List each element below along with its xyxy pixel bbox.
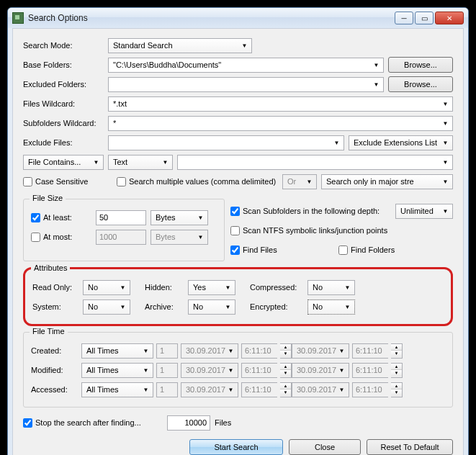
file-size-group: File Size At least: Bytes ▼ At mo xyxy=(23,199,225,261)
browse-excluded-button[interactable]: Browse... xyxy=(388,76,453,92)
modified-date2[interactable]: 30.09.2017▼ xyxy=(292,363,349,378)
at-most-unit-combo[interactable]: Bytes ▼ xyxy=(151,230,208,245)
find-files-check[interactable]: Find Files xyxy=(230,245,338,255)
search-text-combo[interactable]: ▼ xyxy=(177,155,453,170)
at-most-input[interactable] xyxy=(96,230,146,245)
modified-time1[interactable] xyxy=(241,363,277,378)
spinner[interactable]: ▲▼ xyxy=(280,382,292,397)
accessed-time1[interactable] xyxy=(241,382,277,397)
created-times-combo[interactable]: All Times ▼ xyxy=(81,343,153,359)
created-date1[interactable]: 30.09.2017▼ xyxy=(181,343,238,359)
accessed-date1[interactable]: 30.09.2017▼ xyxy=(181,382,238,397)
titlebar: Search Options ─ ▭ ✕ xyxy=(8,8,468,28)
at-most-check[interactable]: At most: xyxy=(31,233,96,242)
spinner[interactable]: ▲▼ xyxy=(280,343,292,359)
case-sensitive-check[interactable]: Case Sensitive xyxy=(23,177,117,186)
chevron-down-icon: ▼ xyxy=(342,301,353,313)
spinner[interactable]: ▲▼ xyxy=(280,363,292,378)
at-least-unit-combo[interactable]: Bytes ▼ xyxy=(151,210,208,225)
at-least-check[interactable]: At least: xyxy=(31,213,96,222)
created-time2[interactable] xyxy=(352,343,388,359)
read-only-combo[interactable]: No ▼ xyxy=(83,280,130,295)
created-time1[interactable] xyxy=(241,343,277,359)
system-label: System: xyxy=(32,302,83,311)
subfolders-wildcard-combo[interactable]: * ▼ xyxy=(108,116,453,131)
chevron-down-icon: ▼ xyxy=(223,281,233,294)
chevron-down-icon: ▼ xyxy=(336,384,347,396)
exclude-ext-combo[interactable]: Exclude Extensions List ▼ xyxy=(349,135,453,150)
encrypted-label: Encrypted: xyxy=(250,302,307,311)
major-streams-combo[interactable]: Search only in major stre ▼ xyxy=(321,174,453,189)
scan-ntfs-check[interactable]: Scan NTFS symbolic links/junction points xyxy=(230,226,387,235)
created-n[interactable] xyxy=(156,343,178,359)
chevron-down-icon: ▼ xyxy=(223,301,233,313)
accessed-date2[interactable]: 30.09.2017▼ xyxy=(292,382,349,397)
modified-label: Modified: xyxy=(31,366,81,374)
chevron-down-icon: ▼ xyxy=(371,78,382,91)
window: Search Options ─ ▭ ✕ Search Mode: Standa… xyxy=(7,7,469,455)
accessed-times-combo[interactable]: All Times ▼ xyxy=(81,382,153,397)
group-title: File Size xyxy=(30,194,66,202)
accessed-n[interactable] xyxy=(156,382,178,397)
minimize-button[interactable]: ─ xyxy=(395,12,413,24)
spinner[interactable]: ▲▼ xyxy=(391,343,403,359)
compressed-combo[interactable]: No ▼ xyxy=(307,280,355,295)
chevron-down-icon: ▼ xyxy=(440,156,451,168)
chevron-down-icon: ▼ xyxy=(336,364,347,377)
reset-button[interactable]: Reset To Default xyxy=(367,439,453,455)
modified-time2[interactable] xyxy=(352,363,388,378)
read-only-label: Read Only: xyxy=(32,283,83,292)
hidden-combo[interactable]: Yes ▼ xyxy=(188,280,235,295)
modified-date1[interactable]: 30.09.2017▼ xyxy=(181,363,238,378)
or-combo[interactable]: Or ▼ xyxy=(282,174,317,189)
scan-panel: Scan Subfolders in the following depth: … xyxy=(230,193,453,261)
chevron-down-icon: ▼ xyxy=(336,345,347,357)
encrypted-combo[interactable]: No ▼ xyxy=(307,299,355,315)
accessed-label: Accessed: xyxy=(31,385,81,394)
scan-subfolders-check[interactable]: Scan Subfolders in the following depth: xyxy=(230,207,395,216)
close-button[interactable]: ✕ xyxy=(435,12,464,24)
chevron-down-icon: ▼ xyxy=(440,117,451,130)
chevron-down-icon: ▼ xyxy=(140,345,151,357)
file-contains-combo[interactable]: File Contains... ▼ xyxy=(23,155,104,170)
created-date2[interactable]: 30.09.2017▼ xyxy=(292,343,349,359)
chevron-down-icon: ▼ xyxy=(140,384,151,396)
search-multiple-check[interactable]: Search multiple values (comma delimited) xyxy=(117,177,282,186)
text-combo[interactable]: Text ▼ xyxy=(108,155,173,170)
chevron-down-icon: ▼ xyxy=(225,384,236,396)
compressed-label: Compressed: xyxy=(250,283,307,292)
find-folders-check[interactable]: Find Folders xyxy=(338,245,395,255)
chevron-down-icon: ▼ xyxy=(117,301,128,313)
depth-combo[interactable]: Unlimited ▼ xyxy=(395,204,453,219)
stop-after-input[interactable] xyxy=(167,415,210,431)
spinner[interactable]: ▲▼ xyxy=(391,382,403,397)
maximize-button[interactable]: ▭ xyxy=(415,12,434,24)
accessed-time2[interactable] xyxy=(352,382,388,397)
files-wildcard-combo[interactable]: *.txt ▼ xyxy=(108,96,453,112)
stop-after-check[interactable]: Stop the search after finding... xyxy=(23,418,167,428)
chevron-down-icon: ▼ xyxy=(440,205,451,217)
search-mode-combo[interactable]: Standard Search ▼ xyxy=(108,38,252,53)
created-label: Created: xyxy=(31,346,81,355)
start-search-button[interactable]: Start Search xyxy=(189,439,283,455)
attributes-group: Attributes Read Only: No ▼ Hidden: Yes ▼… xyxy=(23,267,453,326)
archive-combo[interactable]: No ▼ xyxy=(188,299,235,315)
chevron-down-icon: ▼ xyxy=(195,231,206,243)
chevron-down-icon: ▼ xyxy=(225,364,236,377)
window-title: Search Options xyxy=(28,13,88,23)
spinner[interactable]: ▲▼ xyxy=(391,363,403,378)
browse-base-button[interactable]: Browse... xyxy=(388,57,453,73)
exclude-files-combo[interactable]: ▼ xyxy=(108,135,344,150)
excluded-folders-combo[interactable]: ▼ xyxy=(108,77,384,92)
archive-label: Archive: xyxy=(145,302,188,311)
chevron-down-icon: ▼ xyxy=(440,98,451,110)
system-combo[interactable]: No ▼ xyxy=(83,299,130,315)
files-wildcard-label: Files Wildcard: xyxy=(23,99,108,108)
chevron-down-icon: ▼ xyxy=(304,176,315,188)
modified-times-combo[interactable]: All Times ▼ xyxy=(81,363,153,378)
modified-n[interactable] xyxy=(156,363,178,378)
base-folders-combo[interactable]: "C:\Users\Buddha\Documents" ▼ xyxy=(108,58,384,73)
at-least-input[interactable] xyxy=(96,210,146,225)
close-dialog-button[interactable]: Close xyxy=(289,439,361,455)
chevron-down-icon: ▼ xyxy=(239,40,250,52)
